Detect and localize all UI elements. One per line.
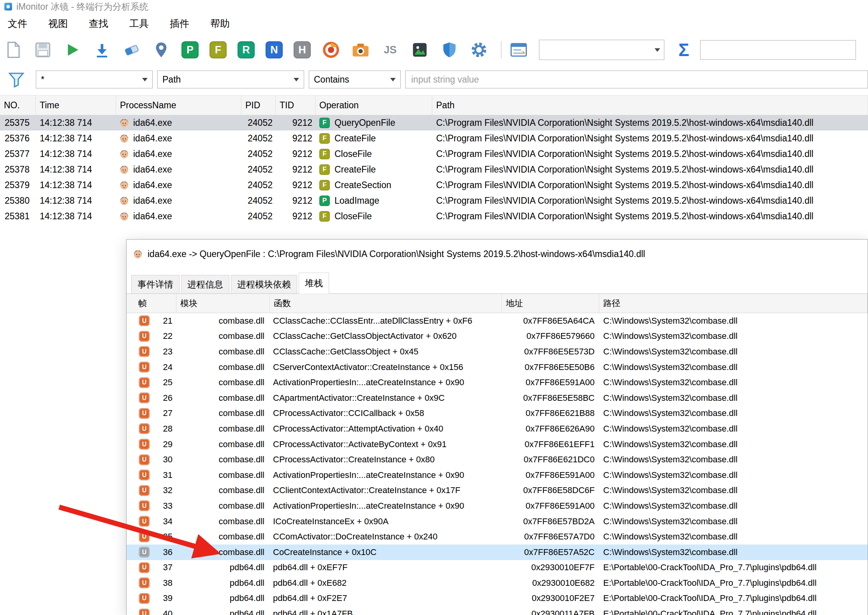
js-button[interactable]: JS bbox=[381, 41, 400, 59]
app-window: iMonitor 冰镜 - 终端行为分析系统 文件视图查找工具插件帮助 PFRN… bbox=[0, 0, 868, 615]
toolbar-letter-p-button[interactable]: P bbox=[181, 41, 199, 58]
stack-frame-row[interactable]: U36combase.dllCoCreateInstance + 0x10C0x… bbox=[127, 545, 868, 560]
stack-frame-row[interactable]: U39pdb64.dllpdb64.dll + 0xF2E70x2930010F… bbox=[127, 591, 868, 606]
stack-frame-row[interactable]: U35combase.dllCComActivator::DoCreateIns… bbox=[127, 529, 868, 545]
filter-field-combo[interactable]: Path bbox=[157, 70, 304, 88]
stack-frame-row[interactable]: U33combase.dllActivationPropertiesIn:...… bbox=[127, 498, 868, 514]
cell-module-path: C:\Windows\System32\combase.dll bbox=[599, 424, 868, 434]
event-row[interactable]: 2537914:12:38 714ida64.exe240529212FCrea… bbox=[0, 177, 868, 193]
event-row[interactable]: 2537514:12:38 714ida64.exe240529212FQuer… bbox=[0, 115, 868, 130]
events-column-header-0[interactable]: NO. bbox=[0, 95, 36, 115]
stack-frame-row[interactable]: U32combase.dllCClientContextActivator::C… bbox=[127, 483, 868, 499]
stack-column-header-4[interactable]: 路径 bbox=[599, 294, 868, 313]
location-pin-button[interactable] bbox=[152, 41, 171, 59]
filter-value-input[interactable] bbox=[405, 70, 868, 88]
process-icon bbox=[119, 211, 129, 221]
cell-tid: 9212 bbox=[276, 180, 315, 190]
events-column-header-4[interactable]: TID bbox=[276, 95, 315, 115]
cell-frame: U37 bbox=[127, 562, 176, 573]
detail-tab-3[interactable]: 堆栈 bbox=[299, 273, 329, 294]
cell-module-path: C:\Windows\System32\combase.dll bbox=[599, 532, 868, 542]
stack-column-header-0[interactable]: 帧 bbox=[127, 294, 176, 313]
menu-item-1[interactable]: 视图 bbox=[40, 17, 81, 30]
download-button[interactable] bbox=[93, 41, 111, 59]
stack-frame-row[interactable]: U31combase.dllActivationPropertiesIn:...… bbox=[127, 467, 868, 483]
cell-function: pdb64.dll + 0x1A7FB bbox=[270, 609, 502, 615]
event-row[interactable]: 2537714:12:38 714ida64.exe240529212FClos… bbox=[0, 146, 868, 162]
menu-item-2[interactable]: 查找 bbox=[81, 17, 121, 30]
cell-module: combase.dll bbox=[176, 532, 270, 542]
events-column-header-1[interactable]: Time bbox=[36, 95, 116, 115]
menu-item-0[interactable]: 文件 bbox=[0, 17, 40, 30]
frame-number: 22 bbox=[150, 331, 176, 341]
cell-pid: 24052 bbox=[241, 118, 276, 128]
process-name: ida64.exe bbox=[133, 180, 172, 190]
toolbar-letter-f-button[interactable]: F bbox=[210, 41, 227, 58]
cell-frame: U35 bbox=[127, 532, 176, 542]
event-row[interactable]: 2537814:12:38 714ida64.exe240529212FCrea… bbox=[0, 162, 868, 177]
run-button[interactable] bbox=[63, 41, 82, 59]
stack-frame-row[interactable]: U40pdb64.dllpdb64.dll + 0x1A7FB0x2930011… bbox=[127, 606, 868, 615]
cell-module: pdb64.dll bbox=[176, 593, 270, 603]
cell-module-path: C:\Windows\System32\combase.dll bbox=[599, 501, 868, 511]
stack-frame-row[interactable]: U26combase.dllCApartmentActivator::Creat… bbox=[127, 390, 868, 406]
detail-tab-2[interactable]: 进程模块依赖 bbox=[231, 275, 297, 293]
events-column-header-2[interactable]: ProcessName bbox=[116, 95, 241, 115]
filter-operator-value: Contains bbox=[314, 74, 349, 85]
stack-column-header-1[interactable]: 模块 bbox=[176, 294, 270, 313]
form-view-button[interactable] bbox=[509, 41, 528, 59]
stack-frame-row[interactable]: U27combase.dllCProcessActivator::CCICall… bbox=[127, 406, 868, 421]
toolbar-letter-r-button[interactable]: R bbox=[238, 41, 255, 58]
stack-frame-row[interactable]: U34combase.dllICoCreateInstanceEx + 0x90… bbox=[127, 514, 868, 529]
browser-button[interactable] bbox=[322, 41, 340, 59]
toolbar-search-combo[interactable] bbox=[539, 40, 664, 60]
stack-frame-row[interactable]: U37pdb64.dllpdb64.dll + 0xEF7F0x2930010E… bbox=[127, 560, 868, 576]
process-icon bbox=[119, 164, 129, 174]
cell-module-path: C:\Windows\System32\combase.dll bbox=[599, 455, 868, 465]
stack-frame-row[interactable]: U23combase.dllCClassCache::GetClassObjec… bbox=[127, 344, 868, 359]
events-column-header-3[interactable]: PID bbox=[241, 95, 276, 115]
frame-number: 21 bbox=[150, 316, 176, 326]
filter-operator-combo[interactable]: Contains bbox=[309, 70, 401, 88]
cell-frame: U30 bbox=[127, 455, 176, 465]
eraser-button[interactable] bbox=[122, 41, 141, 59]
app-icon bbox=[4, 2, 12, 11]
shield-button[interactable] bbox=[440, 41, 459, 59]
camera-button[interactable] bbox=[351, 41, 370, 59]
stack-frame-row[interactable]: U29combase.dllCProcessActivator::Activat… bbox=[127, 437, 868, 452]
stack-frame-row[interactable]: U30combase.dllCProcessActivator::CreateI… bbox=[127, 452, 868, 467]
event-row[interactable]: 2537614:12:38 714ida64.exe240529212FCrea… bbox=[0, 130, 868, 146]
save-button[interactable] bbox=[33, 41, 52, 59]
event-row[interactable]: 2538114:12:38 714ida64.exe240529212FClos… bbox=[0, 208, 868, 224]
cell-module-path: C:\Windows\System32\combase.dll bbox=[599, 408, 868, 418]
filter-pattern-combo[interactable]: * bbox=[36, 70, 153, 88]
new-file-button[interactable] bbox=[4, 41, 23, 59]
frame-number: 34 bbox=[150, 516, 176, 527]
image-button[interactable] bbox=[410, 41, 429, 59]
stack-frame-row[interactable]: U25combase.dllActivationPropertiesIn:...… bbox=[127, 375, 868, 390]
stack-frame-row[interactable]: U28combase.dllCProcessActivator::Attempt… bbox=[127, 421, 868, 437]
stack-frame-row[interactable]: U24combase.dllCServerContextActivator::C… bbox=[127, 359, 868, 375]
cell-process: ida64.exe bbox=[116, 133, 241, 144]
stack-frame-row[interactable]: U22combase.dllCClassCache::GetClassObjec… bbox=[127, 329, 868, 344]
detail-tab-1[interactable]: 进程信息 bbox=[181, 275, 229, 293]
toolbar-right-input[interactable] bbox=[700, 40, 856, 60]
events-column-header-5[interactable]: Operation bbox=[315, 95, 432, 115]
events-column-header-6[interactable]: Path bbox=[432, 95, 868, 115]
cell-address: 0x7FF86E626A90 bbox=[502, 424, 599, 434]
settings-gear-button[interactable] bbox=[470, 41, 488, 59]
event-row[interactable]: 2538014:12:38 714ida64.exe240529212PLoad… bbox=[0, 193, 868, 208]
toolbar-letter-h-button[interactable]: H bbox=[294, 41, 311, 58]
toolbar-letter-n-button[interactable]: N bbox=[266, 41, 283, 58]
stack-column-header-2[interactable]: 函数 bbox=[270, 294, 502, 313]
menu-item-5[interactable]: 帮助 bbox=[202, 17, 243, 30]
menu-item-4[interactable]: 插件 bbox=[162, 17, 202, 30]
detail-tab-0[interactable]: 事件详情 bbox=[131, 275, 180, 293]
cell-address: 0x7FF86E621DC0 bbox=[502, 455, 599, 465]
sum-button[interactable]: Σ bbox=[674, 41, 693, 59]
stack-frame-row[interactable]: U38pdb64.dllpdb64.dll + 0xE6820x2930010E… bbox=[127, 575, 868, 591]
menu-item-3[interactable]: 工具 bbox=[121, 17, 162, 30]
cell-tid: 9212 bbox=[276, 211, 315, 222]
stack-column-header-3[interactable]: 地址 bbox=[502, 294, 599, 313]
stack-frame-row[interactable]: U21combase.dllCClassCache::CClassEntr...… bbox=[127, 313, 868, 329]
